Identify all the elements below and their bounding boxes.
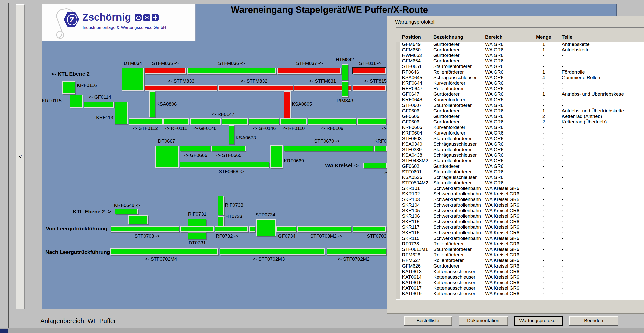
table-row[interactable]: RWM653GurtfördererWA GR6-- [400,53,644,58]
table-row[interactable]: SKR102SchwerkraftrollenbahnWA Kreisel GR… [400,191,644,197]
conveyor-stf815[interactable] [353,85,386,91]
conveyor-rif0731[interactable] [188,219,206,226]
conveyor-stfm836[interactable] [187,68,276,74]
table-row[interactable]: SKR105SchwerkraftrollenbahnWA Kreisel GR… [400,208,644,213]
conveyor-wa-kreisel[interactable] [363,163,387,168]
conveyor-krf0115[interactable] [70,95,83,108]
conveyor-stfm835[interactable] [145,68,186,74]
conveyor-rf0111[interactable] [163,118,189,125]
table-row[interactable]: STF0601StaurollenfördererWA GR6-- [400,169,644,175]
conveyor-krf113[interactable] [115,102,128,124]
table-row[interactable]: KRF0648KurvenfördererWA GR6-- [400,97,644,103]
conveyor-gf0146[interactable] [249,118,279,125]
table-row[interactable]: RF0738RollenfördererWA Kreisel GR6-- [400,241,644,247]
conveyor-stf0702m4[interactable] [110,248,218,255]
conveyor-stfm837[interactable] [277,68,341,74]
table-row[interactable]: KSA0438SchrägausschleuserWA GR6-- [400,152,644,158]
conveyor-rim843[interactable] [342,81,348,97]
table-row[interactable]: STF0339StaurollenfördererWA GR6-- [400,147,644,152]
table-row[interactable]: SKR104SchwerkraftrollenbahnWA Kreisel GR… [400,202,644,208]
conveyor-gf0148[interactable] [190,118,221,125]
table-row[interactable]: KSA0645SchrägausschleuserWA GR64Gummiert… [400,75,644,80]
conveyor-stf0703[interactable] [111,226,179,232]
conveyor-ksa0806[interactable] [149,91,155,117]
table-row[interactable]: SKR101SchwerkraftrollenbahnWA Kreisel GR… [400,186,644,191]
table-row[interactable]: RFM627RollenfördererWA Kreisel GR6-- [400,258,644,263]
table-row[interactable]: GFM626GurtfördererWA Kreisel GR6-- [400,263,644,269]
table-row[interactable]: KAT0616KettenausschleuserWA Kreisel GR6-… [400,280,644,285]
conveyor-ksa0673[interactable] [229,125,234,144]
table-row[interactable]: KAT0619KettenausschleuserWA Kreisel GR6-… [400,291,644,296]
conveyor-stfm833[interactable] [145,85,217,91]
table-row[interactable]: SKR117SchwerkraftrollenbahnWA Kreisel GR… [400,224,644,230]
conveyor-krf0116[interactable] [62,81,75,94]
table-row[interactable]: RFM628RollenfördererWA Kreisel GR6-- [400,252,644,258]
table-row[interactable]: GF0647GurtfördererWA GR61Antriebs- und Ü… [400,91,644,97]
table-row[interactable]: SKR118SchwerkraftrollenbahnWA Kreisel GR… [400,219,644,224]
conveyor-stf0703m2[interactable] [297,226,351,232]
conveyor-stf0112[interactable] [129,118,163,125]
table-row[interactable]: KRF0644KurvenfördererWA GR6-- [400,80,644,86]
conveyor-rf0147[interactable] [222,118,248,125]
table-row[interactable]: STF0611M1StaurollenfördererWA Kreisel GR… [400,247,644,252]
conveyor-gf0666[interactable] [180,146,210,151]
table-row[interactable]: GF0606GurtfördererWA GR62Kettenrad (Über… [400,119,644,125]
conveyor-rf0732-2[interactable] [249,226,255,232]
table-row[interactable]: KSA0536SchrägausschleuserWA GR6-- [400,175,644,180]
conveyor-krf0648-2[interactable] [128,215,148,224]
table-row[interactable]: SKR106SchwerkraftrollenbahnWA Kreisel GR… [400,213,644,219]
diagram-label: HTM842 [336,57,354,62]
conveyor-stf0665[interactable] [211,146,246,151]
conveyor-stf0702m2[interactable] [327,248,386,255]
cell-position: KRF0605 [402,125,422,130]
conveyor-gf0734[interactable] [276,226,296,232]
conveyor-dtm834[interactable] [122,68,144,91]
table-row[interactable]: KAT0613KettenausschleuserWA Kreisel GR6-… [400,269,644,274]
conveyor-stf0703m3[interactable] [353,226,386,232]
table-row[interactable]: KAT0614KettenausschleuserWA Kreisel GR6-… [400,274,644,280]
cell-teile: - [562,214,563,219]
conveyor-rf0110[interactable] [280,118,307,125]
table-row[interactable]: GF0602GurtfördererWA GR6-- [400,163,644,169]
conveyor-gf0114[interactable] [84,102,114,108]
cell-teile: - [562,136,563,141]
table-row[interactable]: GFM654GurtfördererWA GR6-- [400,58,644,64]
table-row[interactable]: GF0606GurtfördererWA GR62Kettenrad (Antr… [400,114,644,119]
conveyor-rf0732[interactable] [215,226,248,232]
conveyor-dt0667[interactable] [155,146,179,168]
conveyor-krf0648[interactable] [115,209,138,214]
conveyor-stfm832[interactable] [218,85,293,91]
conveyor-krf0669[interactable] [270,145,283,168]
table-row[interactable]: RFR0647RollenfördererWA GR6-- [400,86,644,91]
conveyor-stp0734[interactable] [256,219,276,236]
conveyor-krf06[interactable] [374,146,387,151]
table-row[interactable]: STF0607StaurollenfördererWA GR6-- [400,103,644,108]
table-row[interactable]: RF0646RollenfördererWA GR61Förderrolle [400,69,644,75]
table-row[interactable]: SKR116SchwerkraftrollenbahnWA Kreisel GR… [400,230,644,236]
table-row[interactable]: KAT0617KettenausschleuserWA Kreisel GR6-… [400,285,644,291]
table-row[interactable]: STF0433M2StaurollenfördererWA GR6-- [400,158,644,163]
conveyor-stf0703-2[interactable] [180,226,214,232]
conveyor-rf0109[interactable] [308,118,356,125]
conveyor-stf0670[interactable] [284,146,373,151]
table-row[interactable]: STF0534M2StaurollenfördererWA GR6-- [400,180,644,186]
table-row[interactable]: SKR115SchwerkraftrollenbahnWA Kreisel GR… [400,236,644,241]
table-row[interactable]: SKR103SchwerkraftrollenbahnWA Kreisel GR… [400,197,644,202]
conveyor-stf811[interactable] [353,68,386,74]
conveyor-ksa0805[interactable] [284,91,291,118]
conveyor-stf0668[interactable] [180,162,269,168]
conveyor-stf0702m3[interactable] [220,248,325,255]
table-row[interactable]: KSA0340SchrägausschleuserWA GR6-- [400,141,644,147]
table-row[interactable]: STF0603StaurollenfördererWA GR6-- [400,136,644,141]
table-row[interactable]: STF0651StaurollenfördererWA GR6-- [400,64,644,69]
table-row[interactable]: GF0606GurtfördererWA GR61Antriebs- und Ü… [400,108,644,114]
conveyor-dt0731[interactable] [188,232,206,239]
table-row[interactable]: GFM650GurtfördererWA GR61Antriebskette [400,47,644,53]
table-row[interactable]: KRF0605KurvenfördererWA GR6-- [400,125,644,130]
cell-position: KAT0616 [402,280,422,285]
conveyor-segment[interactable] [357,118,386,125]
conveyor-rif0733[interactable] [218,196,224,215]
table-row[interactable]: KRF0604KurvenfördererWA GR6-- [400,130,644,136]
conveyor-htm842[interactable] [342,64,348,80]
table-row[interactable]: GFM649GurtfördererWA GR61Antriebskette [400,42,644,47]
